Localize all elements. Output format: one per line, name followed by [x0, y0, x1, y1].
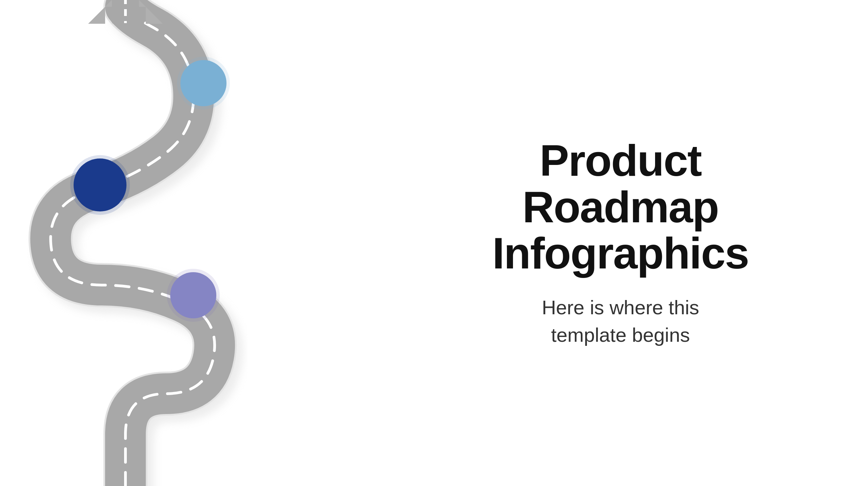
- slide-title: Product Roadmap Infographics: [492, 137, 749, 277]
- dot-2: [74, 158, 126, 211]
- subtitle-line2: template begins: [551, 324, 690, 346]
- title-line2: Roadmap: [522, 182, 718, 232]
- subtitle-line1: Here is where this: [542, 296, 699, 318]
- slide: Product Roadmap Infographics Here is whe…: [0, 0, 868, 486]
- title-line1: Product: [539, 136, 701, 185]
- text-container: Product Roadmap Infographics Here is whe…: [373, 117, 868, 369]
- title-line3: Infographics: [492, 228, 749, 278]
- road-svg: [0, 0, 373, 486]
- dot-3: [170, 272, 216, 318]
- road-container: [0, 0, 373, 486]
- dot-1: [180, 60, 226, 106]
- slide-subtitle: Here is where this template begins: [542, 294, 699, 349]
